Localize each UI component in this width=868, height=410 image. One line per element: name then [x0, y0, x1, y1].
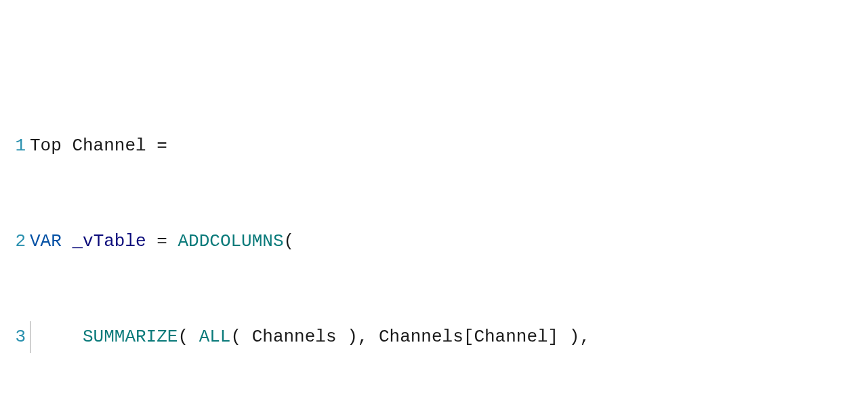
line-number: 1	[0, 130, 30, 162]
equals: =	[157, 130, 167, 162]
code-line[interactable]: 3 SUMMARIZE( ALL( Channels ), Channels[C…	[0, 321, 868, 353]
column-ref: Channels[Channel]	[379, 321, 558, 353]
table-ref: Channels	[252, 321, 337, 353]
line-number: 2	[0, 226, 30, 258]
func-summarize: SUMMARIZE	[83, 321, 178, 353]
measure-name: Top Channel	[30, 130, 157, 162]
indent-guide	[30, 321, 31, 353]
func-all: ALL	[199, 321, 231, 353]
line-number: 3	[0, 321, 30, 353]
keyword-var: VAR	[30, 226, 62, 258]
code-line[interactable]: 1 Top Channel =	[0, 130, 868, 162]
code-line[interactable]: 2 VAR _vTable = ADDCOLUMNS(	[0, 226, 868, 258]
func-addcolumns: ADDCOLUMNS	[178, 226, 283, 258]
identifier: _vTable	[72, 226, 146, 258]
